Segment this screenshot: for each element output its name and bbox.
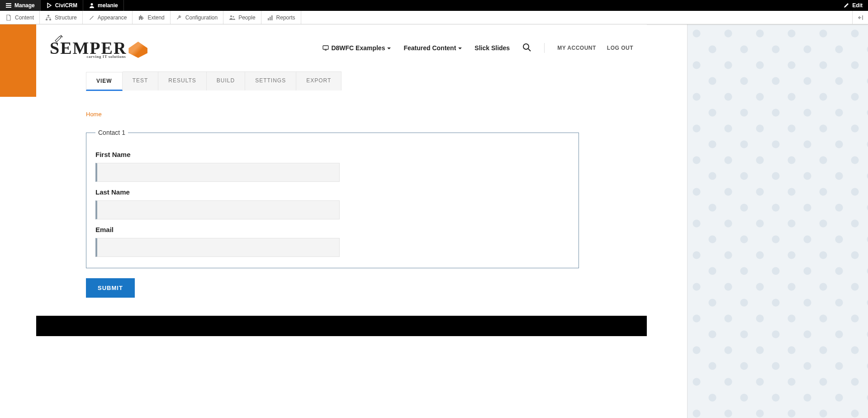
form-area: Contact 1 First Name Last Name Email SUB… bbox=[86, 129, 579, 316]
search-icon bbox=[522, 43, 531, 53]
content-area: SEMPER carving IT solutions D8WFC Exampl… bbox=[36, 24, 647, 336]
footer bbox=[36, 316, 647, 336]
log-out-link[interactable]: LOG OUT bbox=[607, 45, 633, 51]
breadcrumb-home[interactable]: Home bbox=[86, 111, 102, 118]
chevron-down-icon bbox=[458, 44, 462, 52]
logo-block-icon bbox=[128, 42, 147, 58]
svg-point-0 bbox=[91, 3, 93, 5]
tab-test[interactable]: TEST bbox=[123, 71, 159, 90]
people-tab[interactable]: People bbox=[223, 11, 261, 24]
first-name-input[interactable] bbox=[95, 163, 340, 182]
pencil-icon bbox=[843, 2, 849, 9]
nav-slick-label: Slick Slides bbox=[474, 44, 510, 52]
nav-slick[interactable]: Slick Slides bbox=[474, 44, 510, 52]
structure-tab[interactable]: Structure bbox=[40, 11, 83, 24]
site-logo[interactable]: SEMPER carving IT solutions bbox=[50, 38, 147, 58]
submit-button[interactable]: SUBMIT bbox=[86, 278, 135, 298]
configuration-label: Configuration bbox=[185, 14, 218, 21]
nav-d8wfc-label: D8WFC Examples bbox=[331, 44, 385, 52]
logo-tagline: carving IT solutions bbox=[87, 54, 126, 59]
main-nav: D8WFC Examples Featured Content Slick Sl… bbox=[323, 43, 633, 53]
triangle-icon bbox=[46, 2, 52, 9]
svg-rect-9 bbox=[323, 46, 328, 49]
appearance-label: Appearance bbox=[98, 14, 127, 21]
nav-search[interactable] bbox=[522, 43, 531, 53]
reports-tab[interactable]: Reports bbox=[261, 11, 301, 24]
last-name-input[interactable] bbox=[95, 200, 340, 219]
svg-rect-8 bbox=[271, 15, 273, 20]
configuration-tab[interactable]: Configuration bbox=[171, 11, 223, 24]
tab-build[interactable]: BUILD bbox=[207, 71, 245, 90]
civicrm-label: CiviCRM bbox=[55, 2, 77, 9]
admin-menu: Content Structure Appearance Extend Conf… bbox=[0, 11, 868, 24]
last-name-label: Last Name bbox=[95, 188, 569, 196]
last-name-row: Last Name bbox=[95, 188, 569, 219]
extend-tab[interactable]: Extend bbox=[133, 11, 170, 24]
first-name-label: First Name bbox=[95, 151, 569, 158]
svg-rect-6 bbox=[268, 18, 269, 20]
extend-label: Extend bbox=[147, 14, 164, 21]
user-label: melanie bbox=[98, 2, 118, 9]
email-label: Email bbox=[95, 226, 569, 233]
my-account-link[interactable]: MY ACCOUNT bbox=[557, 45, 596, 51]
toolbar-left: Manage CiviCRM melanie bbox=[0, 0, 124, 11]
edit-button[interactable]: Edit bbox=[838, 0, 868, 11]
hamburger-icon bbox=[5, 2, 12, 9]
monitor-icon bbox=[323, 45, 329, 51]
edit-label: Edit bbox=[852, 2, 863, 9]
page-wrap: SEMPER carving IT solutions D8WFC Exampl… bbox=[0, 24, 868, 336]
structure-label: Structure bbox=[55, 14, 77, 21]
toolbar-right: Edit bbox=[838, 0, 868, 11]
nav-d8wfc[interactable]: D8WFC Examples bbox=[323, 44, 391, 52]
tab-view[interactable]: VIEW bbox=[86, 72, 123, 91]
tab-results[interactable]: RESULTS bbox=[158, 71, 206, 90]
nav-featured-label: Featured Content bbox=[403, 44, 456, 52]
manage-button[interactable]: Manage bbox=[0, 0, 41, 11]
svg-point-10 bbox=[523, 44, 529, 49]
nav-featured[interactable]: Featured Content bbox=[403, 44, 462, 52]
tab-settings[interactable]: SETTINGS bbox=[245, 71, 296, 90]
hierarchy-icon bbox=[45, 14, 52, 21]
people-label: People bbox=[238, 14, 255, 21]
user-icon bbox=[89, 2, 95, 9]
barchart-icon bbox=[267, 14, 273, 21]
user-menu-button[interactable]: melanie bbox=[83, 0, 124, 11]
orange-accent bbox=[0, 24, 36, 97]
admin-toolbar: Manage CiviCRM melanie Edit bbox=[0, 0, 868, 11]
tab-export[interactable]: EXPORT bbox=[296, 71, 342, 90]
site-header: SEMPER carving IT solutions D8WFC Exampl… bbox=[36, 24, 647, 71]
svg-point-4 bbox=[230, 15, 232, 17]
fieldset-legend: Contact 1 bbox=[95, 129, 128, 136]
nav-separator bbox=[544, 43, 545, 53]
email-row: Email bbox=[95, 226, 569, 257]
svg-rect-7 bbox=[270, 17, 271, 20]
wrench-icon bbox=[176, 14, 182, 21]
people-icon bbox=[229, 14, 235, 21]
content-label: Content bbox=[15, 14, 34, 21]
manage-label: Manage bbox=[14, 2, 35, 9]
chevron-down-icon bbox=[387, 44, 391, 52]
local-tabs: VIEW TEST RESULTS BUILD SETTINGS EXPORT bbox=[86, 71, 647, 90]
reports-label: Reports bbox=[276, 14, 295, 21]
puzzle-icon bbox=[138, 14, 144, 21]
svg-rect-2 bbox=[46, 19, 47, 20]
admin-menu-left: Content Structure Appearance Extend Conf… bbox=[0, 11, 301, 24]
contact-fieldset: Contact 1 First Name Last Name Email bbox=[86, 129, 579, 268]
svg-point-5 bbox=[233, 16, 234, 17]
hammer-icon bbox=[54, 34, 65, 43]
first-name-row: First Name bbox=[95, 151, 569, 182]
arrow-collapse-icon bbox=[857, 14, 863, 21]
svg-rect-3 bbox=[49, 19, 51, 20]
email-input[interactable] bbox=[95, 238, 340, 257]
civicrm-button[interactable]: CiviCRM bbox=[41, 0, 83, 11]
paintbrush-icon bbox=[88, 14, 95, 21]
appearance-tab[interactable]: Appearance bbox=[83, 11, 133, 24]
document-icon bbox=[5, 14, 12, 21]
svg-rect-1 bbox=[47, 15, 49, 16]
logo-text: SEMPER carving IT solutions bbox=[50, 38, 127, 58]
toolbar-toggle[interactable] bbox=[852, 11, 868, 24]
content-tab[interactable]: Content bbox=[0, 11, 40, 24]
breadcrumb: Home bbox=[86, 111, 647, 118]
account-links: MY ACCOUNT LOG OUT bbox=[557, 45, 633, 51]
